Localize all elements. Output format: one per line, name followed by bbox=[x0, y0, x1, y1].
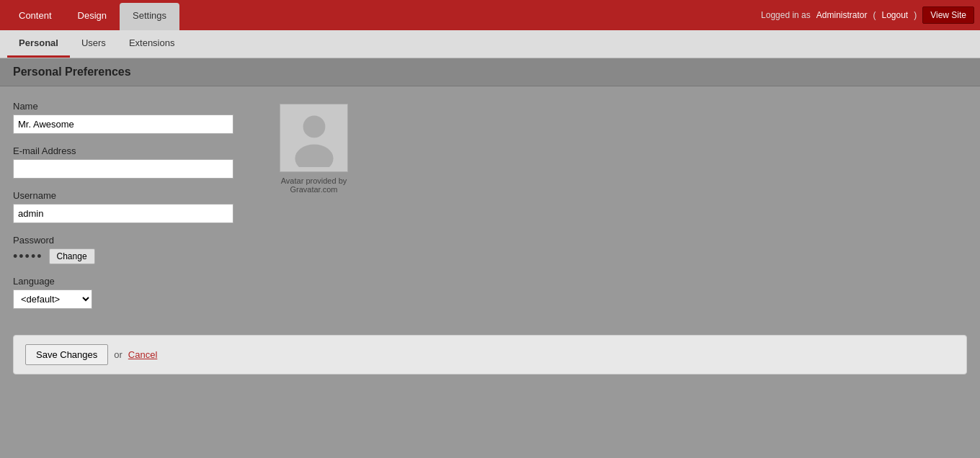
view-site-button[interactable]: View Site bbox=[922, 6, 974, 24]
name-label: Name bbox=[13, 101, 258, 112]
paren-close: ) bbox=[914, 10, 917, 20]
form-section: Name E-mail Address Username Password ••… bbox=[13, 101, 967, 320]
svg-point-0 bbox=[303, 115, 325, 138]
password-dots: ••••• bbox=[13, 249, 43, 264]
nav-design-tab[interactable]: Design bbox=[65, 0, 120, 30]
form-fields: Name E-mail Address Username Password ••… bbox=[13, 101, 258, 320]
language-select[interactable]: <default>EnglishFrenchSpanishGerman bbox=[14, 290, 92, 308]
change-password-button[interactable]: Change bbox=[49, 248, 95, 264]
sub-navigation: Personal Users Extensions bbox=[0, 30, 980, 58]
avatar-caption: Avatar provided by Gravatar.com bbox=[281, 176, 347, 194]
admin-username-link[interactable]: Administrator bbox=[816, 10, 868, 20]
nav-content-tab[interactable]: Content bbox=[6, 0, 65, 30]
name-input[interactable] bbox=[13, 114, 233, 134]
logged-in-text: Logged in as bbox=[761, 10, 811, 20]
avatar-caption-line2: Gravatar.com bbox=[290, 185, 337, 194]
password-row: ••••• Change bbox=[13, 248, 258, 264]
page-title: Personal Preferences bbox=[13, 66, 967, 78]
username-label: Username bbox=[13, 190, 258, 201]
tab-personal[interactable]: Personal bbox=[7, 30, 70, 58]
avatar-caption-line1: Avatar provided by bbox=[281, 176, 347, 185]
top-right-area: Logged in as Administrator (Logout) View… bbox=[761, 0, 974, 30]
name-field-group: Name bbox=[13, 101, 258, 134]
tab-extensions[interactable]: Extensions bbox=[117, 30, 187, 58]
cancel-link[interactable]: Cancel bbox=[128, 349, 157, 360]
avatar-person-icon bbox=[289, 109, 339, 167]
language-select-wrapper: <default>EnglishFrenchSpanishGerman bbox=[13, 289, 92, 309]
username-field-group: Username bbox=[13, 190, 258, 223]
avatar-box bbox=[280, 104, 348, 172]
email-label: E-mail Address bbox=[13, 145, 258, 156]
nav-settings-tab[interactable]: Settings bbox=[120, 3, 179, 30]
email-field-group: E-mail Address bbox=[13, 145, 258, 179]
save-bar: Save Changes or Cancel bbox=[13, 335, 967, 374]
paren-open: ( bbox=[873, 10, 876, 20]
avatar-section: Avatar provided by Gravatar.com bbox=[280, 104, 348, 320]
top-navigation: Content Design Settings Logged in as Adm… bbox=[0, 0, 980, 30]
save-changes-button[interactable]: Save Changes bbox=[25, 344, 108, 365]
page-title-bar: Personal Preferences bbox=[0, 58, 980, 86]
email-input[interactable] bbox=[13, 159, 233, 179]
password-label: Password bbox=[13, 235, 258, 246]
or-text: or bbox=[114, 349, 122, 360]
tab-users[interactable]: Users bbox=[70, 30, 117, 58]
main-content: Name E-mail Address Username Password ••… bbox=[0, 86, 980, 389]
password-field-group: Password ••••• Change bbox=[13, 235, 258, 264]
language-field-group: Language <default>EnglishFrenchSpanishGe… bbox=[13, 276, 258, 309]
username-input[interactable] bbox=[13, 204, 233, 223]
svg-point-1 bbox=[295, 144, 333, 167]
logout-link[interactable]: Logout bbox=[881, 10, 908, 20]
language-label: Language bbox=[13, 276, 258, 287]
